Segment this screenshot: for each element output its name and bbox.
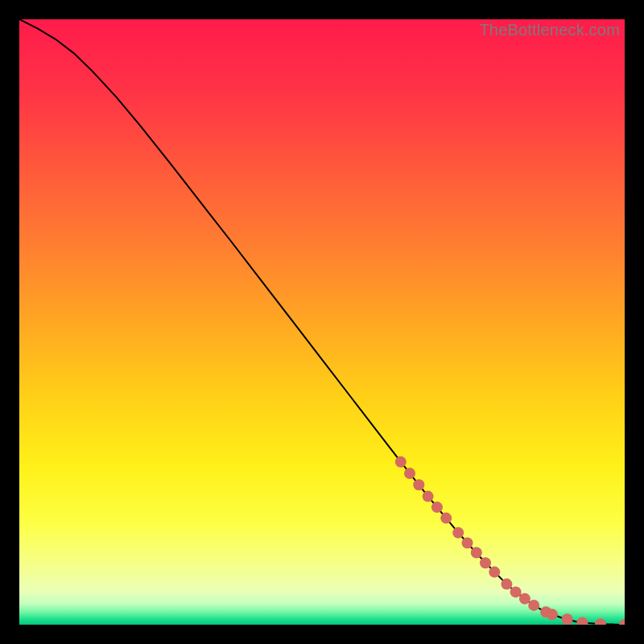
sample-dot	[423, 491, 434, 502]
sample-dot	[431, 502, 443, 513]
sample-dot	[452, 527, 464, 539]
sample-dot	[562, 613, 573, 625]
sample-dot	[501, 579, 512, 590]
bottleneck-chart	[19, 19, 625, 625]
sample-dot	[519, 593, 530, 605]
gradient-background	[19, 19, 625, 625]
sample-dot	[528, 600, 539, 611]
sample-dot	[489, 567, 500, 578]
sample-dot	[510, 586, 522, 597]
sample-dot	[395, 456, 407, 468]
sample-dot	[404, 468, 415, 479]
sample-dot	[440, 513, 452, 524]
sample-dot	[413, 479, 424, 490]
sample-dot	[480, 557, 491, 568]
sample-dot	[471, 547, 482, 559]
watermark-text: TheBottleneck.com	[479, 21, 620, 39]
plot-area: TheBottleneck.com	[19, 19, 625, 625]
sample-dot	[547, 609, 558, 620]
chart-frame: TheBottleneck.com	[0, 0, 644, 644]
sample-dot	[462, 538, 473, 549]
